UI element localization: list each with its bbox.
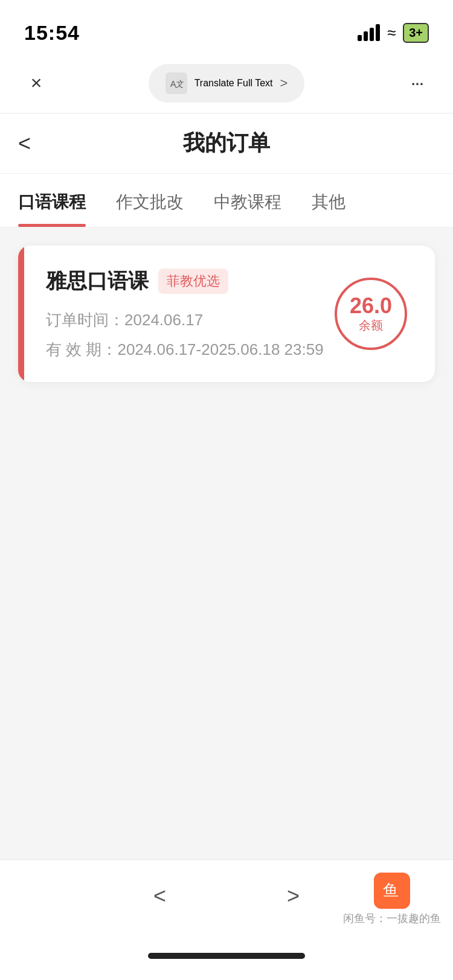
card-info: 雅思口语课 菲教优选 订单时间：2024.06.17 有 效 期：2024.06… [18, 267, 335, 360]
translate-full-text-button[interactable]: A 文 Translate Full Text > [149, 64, 305, 103]
order-card: 雅思口语课 菲教优选 订单时间：2024.06.17 有 效 期：2024.06… [18, 246, 435, 382]
status-time: 15:54 [24, 21, 80, 45]
svg-text:文: 文 [175, 79, 184, 89]
balance-label: 余额 [359, 317, 383, 334]
order-badge: 菲教优选 [158, 269, 228, 294]
chevron-right-icon: > [280, 75, 288, 91]
battery-icon: 3+ [403, 23, 429, 43]
tab-other[interactable]: 其他 [312, 174, 345, 227]
balance-number: 26.0 [350, 294, 392, 318]
card-accent-bar [18, 246, 24, 382]
wifi-icon: ≈ [387, 24, 396, 42]
translate-title: Translate Full Text [194, 78, 273, 89]
translate-bar: × A 文 Translate Full Text > ··· [0, 53, 453, 113]
nav-back-button[interactable]: < [153, 883, 166, 909]
watermark: 鱼 闲鱼号：一拔趣的鱼 [343, 873, 441, 926]
tabs-bar: 口语课程 作文批改 中教课程 其他 [0, 174, 453, 228]
svg-text:鱼: 鱼 [383, 881, 399, 899]
home-indicator [0, 932, 453, 980]
balance-circle: 26.0 余额 [335, 278, 407, 350]
tab-chinese-course[interactable]: 中教课程 [214, 174, 281, 227]
status-icons: ≈ 3+ [358, 23, 429, 43]
watermark-text: 闲鱼号：一拔趣的鱼 [343, 911, 441, 926]
signal-icon [358, 24, 380, 41]
close-button[interactable]: × [18, 65, 54, 101]
nav-forward-button[interactable]: > [287, 883, 300, 909]
home-bar [148, 953, 305, 959]
content-area: 雅思口语课 菲教优选 订单时间：2024.06.17 有 效 期：2024.06… [0, 228, 453, 891]
order-title: 雅思口语课 [46, 267, 149, 295]
order-time: 订单时间：2024.06.17 [46, 310, 335, 331]
translate-icon: A 文 [165, 72, 187, 94]
back-button[interactable]: < [18, 131, 31, 156]
tab-speaking-course[interactable]: 口语课程 [18, 174, 86, 227]
more-options-button[interactable]: ··· [399, 65, 435, 101]
card-title-row: 雅思口语课 菲教优选 [46, 267, 335, 295]
tab-essay-correction[interactable]: 作文批改 [116, 174, 184, 227]
page-title: 我的订单 [183, 129, 270, 158]
status-bar: 15:54 ≈ 3+ [0, 0, 453, 53]
order-validity: 有 效 期：2024.06.17-2025.06.18 23:59 [46, 339, 335, 360]
page-header: < 我的订单 [0, 113, 453, 174]
watermark-icon: 鱼 [374, 873, 410, 909]
